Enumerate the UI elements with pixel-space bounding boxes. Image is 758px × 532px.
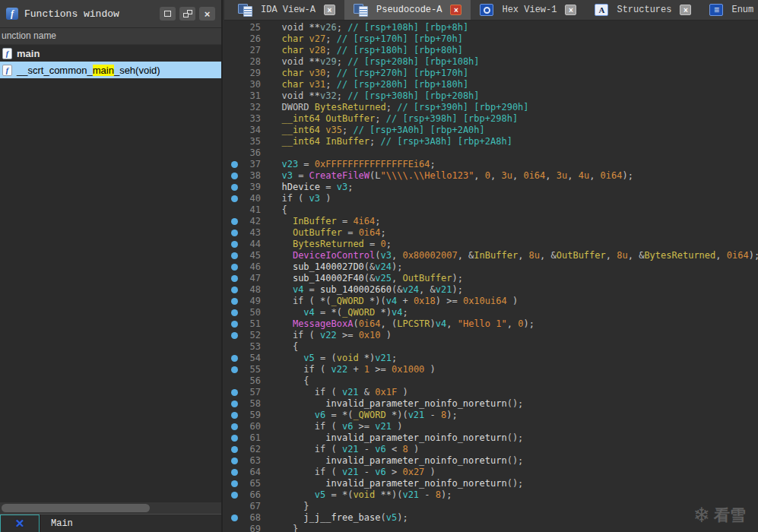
- breakpoint-gutter[interactable]: [224, 33, 244, 45]
- tab-ida-view-a[interactable]: IDA View-A×: [229, 0, 344, 20]
- breakpoint-gutter[interactable]: [224, 125, 244, 136]
- watermark-text: 看雪: [714, 505, 746, 526]
- breakpoint-gutter[interactable]: [224, 501, 244, 512]
- breakpoint-dot[interactable]: [231, 469, 238, 476]
- breakpoint-gutter[interactable]: [224, 159, 244, 170]
- tab-pseudocode-a[interactable]: Pseudocode-A×: [344, 0, 471, 20]
- breakpoint-dot[interactable]: [231, 298, 238, 305]
- line-number: 39: [244, 182, 261, 193]
- function-row-main[interactable]: fmain: [0, 45, 221, 62]
- breakpoint-gutter[interactable]: [224, 455, 244, 467]
- breakpoint-gutter[interactable]: [224, 341, 244, 353]
- breakpoint-dot[interactable]: [231, 389, 238, 396]
- breakpoint-gutter[interactable]: [224, 467, 244, 478]
- breakpoint-dot[interactable]: [231, 332, 238, 339]
- line-number: 55: [244, 364, 261, 375]
- breakpoint-dot[interactable]: [231, 184, 238, 191]
- breakpoint-gutter[interactable]: [224, 182, 244, 193]
- breakpoint-gutter[interactable]: [224, 296, 244, 307]
- tab-close-button[interactable]: ×: [324, 5, 335, 15]
- maximize-button[interactable]: [160, 7, 176, 21]
- breakpoint-dot[interactable]: [231, 218, 238, 225]
- breakpoint-gutter[interactable]: [224, 398, 244, 410]
- code-text: __int64 OutBuffer; // [rsp+398h] [rbp+29…: [271, 113, 518, 125]
- close-icon: ×: [205, 9, 211, 19]
- tab-close-button[interactable]: ×: [565, 5, 576, 15]
- breakpoint-gutter[interactable]: [224, 330, 244, 341]
- breakpoint-gutter[interactable]: [224, 45, 244, 56]
- breakpoint-dot[interactable]: [231, 230, 238, 236]
- code-text: {: [271, 204, 287, 216]
- breakpoint-gutter[interactable]: [224, 353, 244, 364]
- breakpoint-dot[interactable]: [231, 492, 238, 499]
- horizontal-scrollbar[interactable]: [0, 502, 221, 514]
- breakpoint-dot[interactable]: [231, 309, 238, 316]
- breakpoint-dot[interactable]: [231, 275, 238, 282]
- bottom-tab-close[interactable]: ✕: [0, 515, 40, 532]
- breakpoint-gutter[interactable]: [224, 375, 244, 387]
- breakpoint-dot[interactable]: [231, 480, 238, 487]
- breakpoint-gutter[interactable]: [224, 239, 244, 250]
- breakpoint-dot[interactable]: [231, 252, 238, 259]
- breakpoint-dot[interactable]: [231, 423, 238, 430]
- tab-structures[interactable]: AStructures×: [585, 0, 700, 20]
- breakpoint-gutter[interactable]: [224, 113, 244, 125]
- breakpoint-gutter[interactable]: [224, 284, 244, 296]
- function-row-scrt-common-main-seh-void[interactable]: f__scrt_common_main_seh(void): [0, 62, 221, 78]
- breakpoint-gutter[interactable]: [224, 79, 244, 90]
- breakpoint-gutter[interactable]: [224, 489, 244, 501]
- breakpoint-dot[interactable]: [231, 435, 238, 442]
- breakpoint-gutter[interactable]: [224, 193, 244, 204]
- breakpoint-dot[interactable]: [231, 446, 238, 453]
- breakpoint-dot[interactable]: [231, 195, 238, 202]
- breakpoint-dot[interactable]: [231, 355, 238, 362]
- breakpoint-gutter[interactable]: [224, 227, 244, 239]
- breakpoint-gutter[interactable]: [224, 170, 244, 182]
- bottom-tab-main[interactable]: Main: [40, 515, 221, 532]
- breakpoint-gutter[interactable]: [224, 273, 244, 284]
- breakpoint-gutter[interactable]: [224, 90, 244, 102]
- code-text: if ( v21 - v6 > 0x27 ): [271, 467, 436, 478]
- column-header-function-name[interactable]: unction name: [0, 28, 221, 45]
- breakpoint-dot[interactable]: [231, 287, 238, 293]
- breakpoint-gutter[interactable]: [224, 410, 244, 421]
- tab-enum[interactable]: ≡Enum: [700, 0, 758, 20]
- breakpoint-gutter[interactable]: [224, 22, 244, 33]
- line-number: 30: [244, 79, 261, 90]
- breakpoint-gutter[interactable]: [224, 318, 244, 330]
- breakpoint-dot[interactable]: [231, 241, 238, 248]
- breakpoint-dot[interactable]: [231, 264, 238, 271]
- breakpoint-gutter[interactable]: [224, 250, 244, 261]
- breakpoint-gutter[interactable]: [224, 102, 244, 113]
- breakpoint-gutter[interactable]: [224, 147, 244, 159]
- breakpoint-gutter[interactable]: [224, 216, 244, 227]
- breakpoint-gutter[interactable]: [224, 136, 244, 147]
- breakpoint-dot[interactable]: [231, 366, 238, 373]
- tab-close-button[interactable]: ×: [450, 5, 461, 15]
- tab-hex-view-1[interactable]: Hex View-1×: [471, 0, 585, 20]
- breakpoint-dot[interactable]: [231, 161, 238, 168]
- scrollbar-handle[interactable]: [2, 504, 150, 512]
- breakpoint-gutter[interactable]: [224, 444, 244, 455]
- breakpoint-gutter[interactable]: [224, 524, 244, 532]
- breakpoint-dot[interactable]: [231, 458, 238, 464]
- breakpoint-gutter[interactable]: [224, 512, 244, 524]
- breakpoint-dot[interactable]: [231, 515, 238, 521]
- close-button[interactable]: ×: [199, 7, 215, 21]
- breakpoint-dot[interactable]: [231, 321, 238, 328]
- breakpoint-gutter[interactable]: [224, 478, 244, 489]
- breakpoint-gutter[interactable]: [224, 387, 244, 398]
- breakpoint-gutter[interactable]: [224, 364, 244, 375]
- breakpoint-gutter[interactable]: [224, 68, 244, 79]
- breakpoint-gutter[interactable]: [224, 261, 244, 273]
- breakpoint-gutter[interactable]: [224, 56, 244, 68]
- tab-close-button[interactable]: ×: [680, 5, 691, 15]
- breakpoint-dot[interactable]: [231, 401, 238, 407]
- breakpoint-dot[interactable]: [231, 173, 238, 179]
- breakpoint-gutter[interactable]: [224, 307, 244, 318]
- breakpoint-dot[interactable]: [231, 412, 238, 419]
- breakpoint-gutter[interactable]: [224, 421, 244, 432]
- breakpoint-gutter[interactable]: [224, 432, 244, 444]
- breakpoint-gutter[interactable]: [224, 204, 244, 216]
- float-button[interactable]: [179, 7, 195, 21]
